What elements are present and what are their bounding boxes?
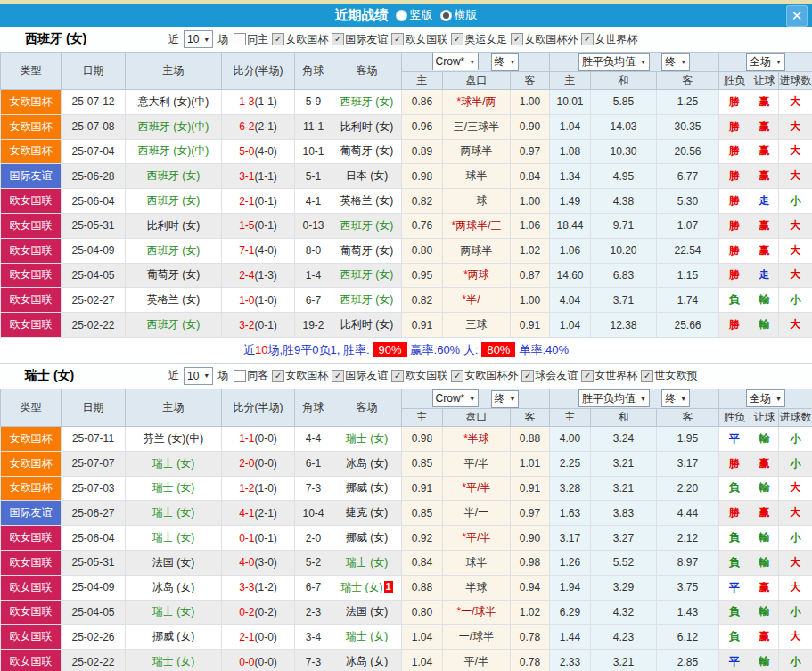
col-header-home: 主场 (126, 53, 222, 90)
away-odds: 0.91 (511, 476, 550, 501)
corners: 6-7 (295, 288, 332, 313)
scope-select[interactable]: 全场▼ (746, 53, 785, 71)
odds-source-select[interactable]: Crow*▼ (432, 53, 480, 70)
home-odds: 0.91 (402, 313, 443, 338)
result-wdl: 勝 (719, 139, 750, 164)
competition-checkbox[interactable]: ✓女欧国杯 (272, 368, 328, 383)
checkbox-checked-icon: ✓ (332, 370, 344, 382)
avg-away: 4.44 (657, 501, 719, 526)
match-type-badge: 欧女国联 (1, 263, 62, 288)
scope-select[interactable]: 全场▼ (746, 389, 785, 407)
match-count-select[interactable]: 10▼ (184, 367, 213, 385)
chevron-down-icon: ▼ (680, 396, 686, 402)
away-odds: 0.78 (511, 650, 550, 671)
competition-checkbox[interactable]: ✓国际友谊 (332, 368, 388, 383)
result-goals: 小 (779, 189, 812, 214)
odds-final-select[interactable]: 终▼ (491, 390, 520, 408)
same-venue-checkbox[interactable]: 同主 (234, 32, 268, 47)
result-goals: 大 (779, 313, 812, 338)
same-venue-checkbox[interactable]: 同客 (234, 368, 268, 383)
home-team: 法国 (女) (126, 550, 222, 575)
away-team: 冰岛 (女) (332, 650, 402, 671)
sub-header-avg-draw: 和 (591, 72, 657, 90)
competition-checkbox[interactable]: ✓球会友谊 (521, 368, 578, 383)
competition-checkbox[interactable]: ✓世女欧预 (641, 368, 697, 383)
competition-checkbox[interactable]: ✓欧女国联 (391, 32, 447, 47)
match-type-badge: 欧女国联 (1, 526, 62, 551)
handicap: *两球半/三 (443, 213, 511, 238)
match-count-value: 10 (187, 33, 199, 45)
match-type-badge: 欧女国联 (1, 189, 62, 214)
away-odds: 0.88 (511, 426, 550, 451)
avg-type-select[interactable]: 胜平负均值▼ (578, 389, 650, 407)
avg-home: 1.06 (550, 238, 591, 263)
avg-draw: 3.24 (591, 426, 657, 451)
away-odds: 0.98 (511, 550, 550, 575)
home-odds: 0.98 (402, 426, 443, 451)
competition-label: 女欧国杯外 (524, 32, 578, 47)
result-goals: 大 (779, 575, 812, 600)
result-handicap: 輸 (750, 288, 779, 313)
competition-checkbox[interactable]: ✓奥运女足 (451, 32, 507, 47)
match-date: 25-07-12 (62, 90, 126, 115)
competition-checkbox[interactable]: ✓国际友谊 (332, 32, 388, 47)
competition-checkbox[interactable]: ✓女欧国杯外 (511, 32, 578, 47)
competition-checkbox[interactable]: ✓女欧国杯外 (451, 368, 518, 383)
result-goals: 小 (779, 526, 812, 551)
match-row: 女欧国杯25-07-11芬兰 (女)(中)1-1(0-0)4-4瑞士 (女)0.… (1, 426, 812, 451)
avg-draw: 10.20 (591, 238, 657, 263)
avg-draw: 3.71 (591, 288, 657, 313)
layout-horizontal-radio[interactable]: 横版 (440, 7, 478, 23)
result-handicap: 赢 (750, 164, 779, 189)
match-type-badge: 欧女国联 (1, 288, 62, 313)
avg-away: 1.07 (657, 213, 719, 238)
avg-away: 30.35 (657, 114, 719, 139)
corners: 7-3 (295, 650, 332, 671)
away-odds: 1.02 (511, 238, 550, 263)
match-row: 欧女国联25-04-09西班牙 (女)7-1(4-0)8-0葡萄牙 (女)0.8… (1, 238, 812, 263)
corners: 1-4 (295, 263, 332, 288)
avg-draw: 4.32 (591, 600, 657, 625)
chevron-down-icon: ▼ (640, 396, 646, 402)
result-goals: 大 (779, 90, 812, 115)
result-handicap: 赢 (750, 213, 779, 238)
near-label: 近 (168, 32, 179, 47)
competition-checkbox[interactable]: ✓女欧国杯 (272, 32, 328, 47)
match-type-badge: 欧女国联 (1, 213, 62, 238)
avg-draw: 3.29 (591, 575, 657, 600)
col-header-type: 类型 (1, 53, 62, 90)
home-team: 瑞士 (女) (126, 501, 222, 526)
avg-home: 1.04 (550, 114, 591, 139)
competition-checkbox[interactable]: ✓欧女国联 (391, 368, 447, 383)
avg-away: 3.17 (657, 451, 719, 476)
home-team: 芬兰 (女)(中) (126, 426, 222, 451)
avg-draw: 5.52 (591, 550, 657, 575)
score: 1-1(0-0) (222, 426, 295, 451)
odds-final-select[interactable]: 终▼ (491, 53, 520, 71)
match-type-badge: 女欧国杯 (1, 476, 62, 501)
competition-checkbox[interactable]: ✓女世界杯 (581, 368, 637, 383)
handicap: 球半 (443, 550, 511, 575)
away-team: 西班牙 (女) (332, 288, 402, 313)
avg-home: 1.08 (550, 139, 591, 164)
layout-vertical-radio[interactable]: 竖版 (396, 7, 433, 23)
away-odds: 0.97 (511, 139, 550, 164)
avg-final-select[interactable]: 终▼ (661, 389, 690, 407)
avg-type-select[interactable]: 胜平负均值▼ (578, 53, 650, 71)
avg-draw: 3.21 (591, 650, 657, 671)
sub-header-avg-home: 主 (550, 408, 591, 426)
result-handicap: 赢 (750, 90, 779, 115)
competition-checkbox[interactable]: ✓女世界杯 (581, 32, 637, 47)
result-wdl: 勝 (719, 114, 750, 139)
odds-source-select[interactable]: Crow*▼ (432, 389, 480, 407)
close-button[interactable]: ✕ (786, 5, 808, 27)
match-count-select[interactable]: 10▼ (184, 30, 213, 48)
score: 4-1(2-1) (222, 501, 295, 526)
chevron-down-icon: ▼ (203, 37, 209, 43)
avg-final-select[interactable]: 终▼ (661, 53, 690, 71)
sub-header-odds-away: 客 (511, 72, 550, 90)
avg-away: 20.56 (657, 139, 719, 164)
match-type-badge: 女欧国杯 (1, 139, 62, 164)
competition-label: 国际友谊 (345, 368, 388, 383)
match-row: 女欧国杯25-07-03瑞士 (女)1-2(1-0)7-3挪威 (女)0.91*… (1, 476, 812, 501)
